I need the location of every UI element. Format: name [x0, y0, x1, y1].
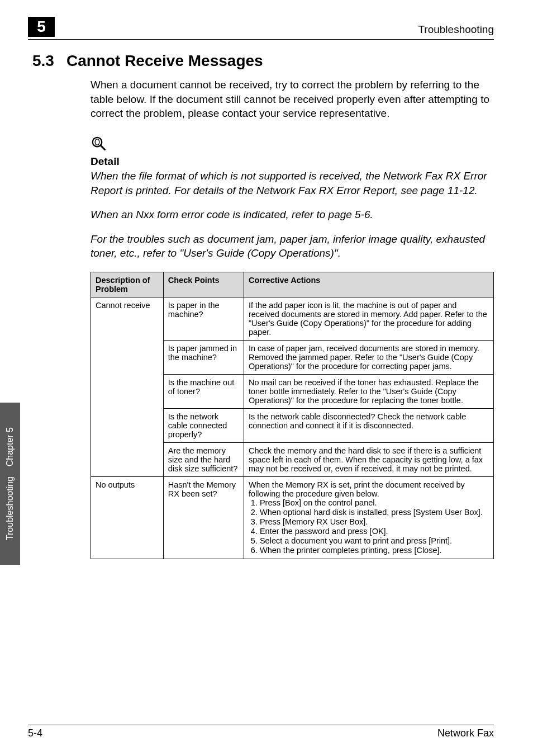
td-action-list: Press [Box] on the control panel. When o… [249, 498, 489, 555]
table-row: Cannot receive Is paper in the machine? … [91, 297, 494, 341]
td-problem: Cannot receive [91, 297, 164, 477]
footer-doc-title: Network Fax [437, 727, 494, 739]
detail-block: Detail When the file format of which is … [91, 135, 494, 261]
table-header-row: Description of Problem Check Points Corr… [91, 272, 494, 297]
troubleshooting-table: Description of Problem Check Points Corr… [91, 272, 494, 559]
side-tab-title: Troubleshooting [5, 476, 15, 540]
section-title: Cannot Receive Messages [66, 52, 263, 70]
list-item: Enter the password and press [OK]. [260, 527, 489, 536]
side-tab-chapter: Chapter 5 [5, 427, 15, 466]
footer-page-number: 5-4 [28, 727, 42, 739]
td-problem: No outputs [91, 477, 164, 559]
table-row: No outputs Hasn't the Memory RX been set… [91, 477, 494, 559]
svg-line-2 [101, 145, 105, 150]
running-title: Troubleshooting [418, 23, 494, 36]
td-check: Is the machine out of toner? [163, 375, 244, 409]
td-action: Check the memory and the hard disk to se… [244, 443, 493, 477]
td-check: Is paper jammed in the machine? [163, 341, 244, 375]
list-item: Press [Box] on the control panel. [260, 498, 489, 507]
td-action: No mail can be received if the toner has… [244, 375, 493, 409]
td-check: Hasn't the Memory RX been set? [163, 477, 244, 559]
list-item: Select a document you want to print and … [260, 536, 489, 545]
detail-para-2: When an Nxx form error code is indicated… [91, 207, 494, 222]
list-item: Press [Memory RX User Box]. [260, 517, 489, 526]
td-action: If the add paper icon is lit, the machin… [244, 297, 493, 341]
td-check: Are the memory size and the hard disk si… [163, 443, 244, 477]
td-action-intro: When the Memory RX is set, print the doc… [249, 480, 465, 498]
list-item: When the printer completes printing, pre… [260, 546, 489, 555]
chapter-badge: 5 [28, 17, 55, 37]
td-action: When the Memory RX is set, print the doc… [244, 477, 493, 559]
section-heading: 5.3 Cannot Receive Messages [32, 52, 494, 70]
td-action: Is the network cable disconnected? Check… [244, 409, 493, 443]
td-check: Is paper in the machine? [163, 297, 244, 341]
td-check: Is the network cable connected properly? [163, 409, 244, 443]
detail-para-3: For the troubles such as document jam, p… [91, 232, 494, 261]
detail-label: Detail [91, 155, 494, 168]
side-tab: Chapter 5 Troubleshooting [0, 403, 20, 565]
page-header: 5 Troubleshooting [28, 17, 494, 40]
td-action: In case of paper jam, received documents… [244, 341, 493, 375]
th-action: Corrective Actions [244, 272, 493, 297]
page-footer: 5-4 Network Fax [28, 725, 494, 739]
intro-paragraph: When a document cannot be received, try … [91, 78, 494, 121]
th-check: Check Points [163, 272, 244, 297]
detail-para-1: When the file format of which is not sup… [91, 169, 494, 197]
list-item: When optional hard disk is installed, pr… [260, 508, 489, 517]
section-number: 5.3 [32, 52, 54, 70]
svg-point-1 [95, 139, 99, 145]
magnifier-icon [91, 135, 107, 152]
th-problem: Description of Problem [91, 272, 164, 297]
